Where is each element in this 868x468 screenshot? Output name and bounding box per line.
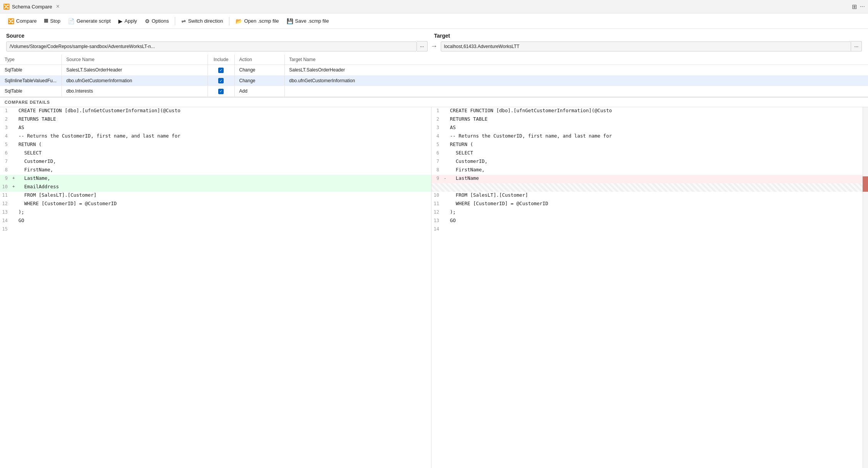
line-marker (12, 141, 18, 142)
diff-line: 4 -- Returns the CustomerID, first name,… (432, 133, 863, 141)
code-area: 1 CREATE FUNCTION [dbo].[ufnGetCustomerI… (0, 107, 868, 468)
diff-line: 14 (432, 226, 863, 234)
line-number: 1 (432, 108, 444, 113)
switch-direction-button[interactable]: ⇌ Switch direction (178, 17, 226, 26)
cell-source-name: SalesLT.SalesOrderHeader (61, 65, 207, 76)
line-marker (12, 226, 18, 226)
table-row[interactable]: SqlTable SalesLT.SalesOrderHeader Change… (0, 65, 868, 76)
diff-scrollbar[interactable] (863, 107, 868, 468)
cell-include[interactable] (207, 75, 234, 86)
cell-target-name (284, 86, 868, 97)
table-body: SqlTable SalesLT.SalesOrderHeader Change… (0, 65, 868, 97)
diff-line: 7 CustomerID, (0, 158, 431, 166)
source-input-wrap: ··· (6, 41, 428, 51)
cell-action: Change (234, 75, 284, 86)
line-marker (444, 133, 450, 133)
cell-include[interactable] (207, 86, 234, 97)
col-header-target-name: Target Name (284, 55, 868, 65)
line-code: FirstName, (18, 167, 53, 173)
diff-line: 6 SELECT (432, 149, 863, 158)
diff-line: 12 ); (432, 209, 863, 217)
diff-line: 4 -- Returns the CustomerID, first name,… (0, 133, 431, 141)
schema-inputs: ··· → ··· (0, 41, 868, 55)
options-button[interactable]: ⚙ Options (142, 17, 172, 26)
line-marker (444, 150, 450, 150)
line-number: 7 (0, 158, 12, 164)
stop-icon (44, 18, 48, 24)
col-header-source-name: Source Name (61, 55, 207, 65)
diff-line: 9 + LastName, (0, 175, 431, 183)
target-input-wrap: ··· (441, 41, 862, 51)
generate-script-icon: 📄 (68, 18, 75, 24)
line-marker (12, 158, 18, 159)
line-number: 9 (0, 175, 12, 181)
line-code: ); (18, 209, 24, 215)
line-marker (12, 167, 18, 167)
line-number: 5 (0, 141, 12, 147)
source-browse-button[interactable]: ··· (417, 41, 428, 51)
save-scmp-button[interactable]: 💾 Save .scmp file (284, 17, 332, 26)
line-code: WHERE [CustomerID] = @CustomerID (18, 201, 117, 206)
line-number: 3 (432, 124, 444, 130)
line-marker (12, 124, 18, 125)
separator-2 (229, 17, 229, 25)
line-code: ); (450, 209, 456, 215)
line-code: LastName (450, 175, 479, 181)
split-editor-button[interactable]: ⊞ (852, 3, 857, 10)
compare-table-area: Type Source Name Include Action Target N… (0, 55, 868, 97)
open-scmp-button[interactable]: 📂 Open .scmp file (232, 17, 282, 26)
line-number: 14 (432, 226, 444, 232)
line-number: 13 (0, 209, 12, 215)
col-header-type: Type (0, 55, 61, 65)
source-label: Source (6, 33, 434, 39)
tab-close-button[interactable]: × (55, 3, 61, 10)
save-file-icon: 💾 (287, 18, 293, 24)
line-number: 11 (0, 192, 12, 198)
cell-action: Change (234, 65, 284, 76)
line-number: 7 (432, 158, 444, 164)
cell-action: Add (234, 86, 284, 97)
line-code: GO (18, 217, 24, 223)
line-marker (444, 167, 450, 167)
diff-right-pane[interactable]: 1 CREATE FUNCTION [dbo].[ufnGetCustomerI… (432, 107, 863, 468)
diff-line: 13 ); (0, 209, 431, 217)
main-area: Source Target ··· → ··· Type Source Name… (0, 29, 868, 468)
target-input[interactable] (441, 41, 851, 51)
include-checkbox[interactable] (218, 89, 224, 94)
diff-line: 15 (0, 226, 431, 234)
cell-include[interactable] (207, 65, 234, 76)
diff-left-pane[interactable]: 1 CREATE FUNCTION [dbo].[ufnGetCustomerI… (0, 107, 432, 468)
line-code: SELECT (450, 150, 473, 156)
compare-table: Type Source Name Include Action Target N… (0, 55, 868, 97)
line-code: RETURNS TABLE (450, 116, 488, 122)
table-row[interactable]: SqlTable dbo.Interests Add (0, 86, 868, 97)
switch-direction-icon: ⇌ (181, 18, 186, 24)
include-checkbox[interactable] (218, 68, 224, 73)
diff-line: 8 FirstName, (0, 166, 431, 175)
line-number: 11 (432, 201, 444, 206)
line-code: LastName, (18, 175, 50, 181)
stop-button[interactable]: Stop (41, 17, 63, 25)
col-header-action: Action (234, 55, 284, 65)
tab-left: 🔀 Schema Compare × (3, 3, 61, 10)
generate-script-button[interactable]: 📄 Generate script (65, 17, 114, 26)
line-marker (444, 158, 450, 159)
line-number: 8 (432, 167, 444, 173)
line-code: FROM [SalesLT].[Customer] (18, 192, 96, 198)
more-actions-button[interactable]: ··· (860, 3, 865, 10)
compare-button[interactable]: 🔀 Compare (5, 17, 40, 26)
line-marker: + (12, 184, 18, 189)
diff-line: 14 GO (0, 217, 431, 226)
table-row[interactable]: SqlInlineTableValuedFu... dbo.ufnGetCust… (0, 75, 868, 86)
line-code: AS (18, 124, 24, 130)
line-code: CustomerID, (450, 158, 488, 164)
apply-button[interactable]: ▶ Apply (115, 17, 140, 26)
open-file-icon: 📂 (236, 18, 242, 24)
diff-line (432, 183, 863, 192)
target-browse-button[interactable]: ··· (851, 41, 862, 51)
toolbar: 🔀 Compare Stop 📄 Generate script ▶ Apply… (0, 13, 868, 29)
include-checkbox[interactable] (218, 78, 224, 83)
source-input[interactable] (6, 41, 417, 51)
line-marker: - (444, 175, 450, 181)
line-marker (12, 116, 18, 116)
